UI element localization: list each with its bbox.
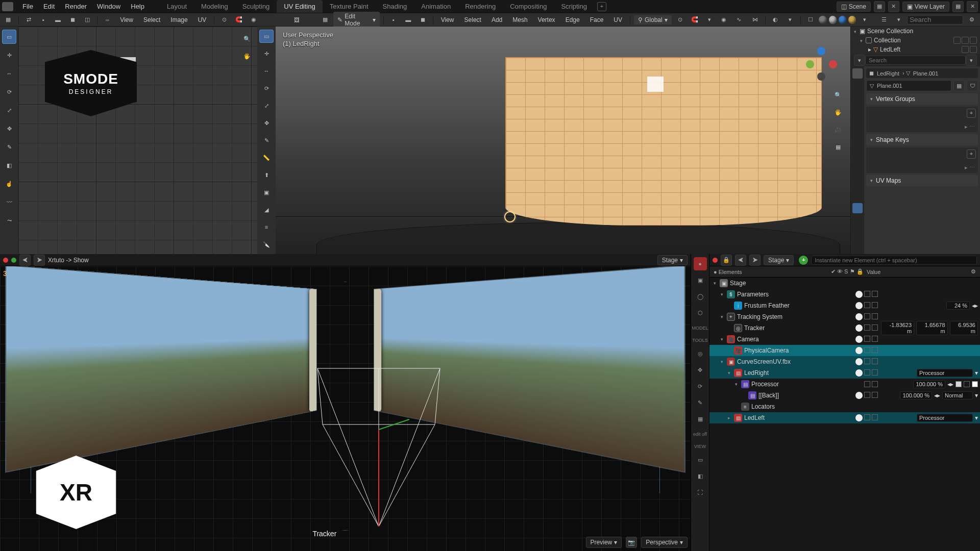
uv-pan-icon[interactable]: 🖐 [240,49,254,63]
prop-tab-constraints[interactable] [852,191,863,201]
mode-dropdown[interactable]: ✎Edit Mode▾ [333,12,379,28]
side-grid-icon[interactable]: ▦ [694,412,707,425]
prop-edit-icon[interactable]: ◉ [718,15,730,25]
tree-ledleft[interactable]: ▸▤LedLeft Processor▾ [709,412,980,423]
gizmo-3d-cursor[interactable] [504,211,516,222]
v3d-tool-rotate[interactable]: ⟳ [259,82,274,95]
viewlayer-browse-button[interactable]: ▦ [952,1,964,12]
elements-forward-icon[interactable]: ⮞ [749,255,761,266]
shading-rendered-icon[interactable] [848,16,856,24]
smode-stage-dropdown[interactable]: Stage▾ [657,255,688,265]
side-target-icon[interactable]: ◎ [694,347,707,360]
uv-zoom-icon[interactable]: 🔍 [240,32,254,46]
elements-back-icon[interactable]: ⮜ [735,255,746,266]
v3d-tool-knife[interactable]: 🔪 [259,238,274,251]
item-hide-icon[interactable] [962,46,969,53]
view3d-viewport[interactable]: User Perspective (1) LedRight 🔍 🖐 🎥 ▦ [276,27,850,254]
tree-locators[interactable]: ≡Locators [709,401,980,412]
viewlayer-close-button[interactable]: ✕ [967,1,978,12]
nav-camera-icon[interactable]: 🎥 [831,122,845,137]
elements-stage-dropdown[interactable]: Stage▾ [764,255,794,265]
tab-uv-editing[interactable]: UV Editing [277,0,322,13]
mesh-automerge-icon[interactable]: ⋈ [749,15,762,25]
tree-back[interactable]: ▤[[Back]] 100.000 %◂▸Normal▾ [709,390,980,401]
nav-persp-icon[interactable]: ▦ [831,140,845,154]
v3d-tool-move[interactable]: ↔ [259,64,274,78]
add-vgroup-button[interactable]: + [967,109,976,118]
coll-hide-icon[interactable] [962,37,969,44]
prop-tab-world[interactable] [852,130,863,140]
axis-x-icon[interactable] [829,60,837,68]
tree-tracker[interactable]: ◎Tracker -1.83623 m 1.65678 m 6.9536 m [709,322,980,334]
pivot-icon[interactable]: ⊙ [674,15,687,25]
uv-snap-icon[interactable]: 🧲 [233,15,246,25]
tree-ledright[interactable]: ▾▤LedRight Processor▾ [709,367,980,379]
back-value[interactable]: 100.000 % [900,391,932,399]
uv-tool-scale[interactable]: ⤢ [2,103,16,117]
ledright-value[interactable]: Processor [917,369,973,377]
smode-forward-icon[interactable]: ⮞ [34,255,45,266]
side-hex-icon[interactable]: ⬡ [694,306,707,319]
smode-viewport[interactable]: 3D Tracker XR [0,266,691,551]
add-element-button[interactable]: + [799,256,808,265]
mesh-browse-icon[interactable]: ▦ [953,80,965,91]
menu-file[interactable]: File [17,1,38,12]
axis-neg-icon[interactable] [817,72,825,81]
coll-exclude-icon[interactable] [953,37,961,44]
add-shapekey-button[interactable]: + [967,149,976,159]
outliner-editor-type-icon[interactable]: ☰ [878,15,891,25]
uv-sel-face-icon[interactable]: ◼ [66,15,79,25]
side-move-icon[interactable]: ✥ [694,363,707,377]
uv-tool-rip[interactable]: ◧ [2,158,16,172]
tracker-z[interactable]: 6.9536 m [950,321,978,335]
v3d-tool-cursor[interactable]: ✛ [259,47,274,60]
shading-solid-icon[interactable] [829,16,837,24]
tree-processor[interactable]: ▾▤Processor 100.000 %◂▸ [709,379,980,390]
elements-tree[interactable]: ▾▣Stage ▾fiParameters iFrustum Feather 2… [709,278,980,551]
side-view2-icon[interactable]: ◧ [694,469,707,483]
panel-vertex-groups-header[interactable]: Vertex Groups [866,93,978,105]
side-view1-icon[interactable]: ▭ [694,453,707,466]
uv-tool-pinch[interactable]: ⤳ [2,213,16,228]
new-collection-icon[interactable]: ▾ [966,55,977,66]
uv-image-new-icon[interactable]: 🖼 [290,15,303,25]
tab-texture-paint[interactable]: Texture Paint [323,0,376,13]
uv-editor-type-icon[interactable]: ▦ [2,15,15,25]
outliner-search-input-2[interactable] [865,56,966,65]
prop-tab-tool[interactable] [852,68,863,79]
prop-tab-particles[interactable] [852,166,863,177]
outliner[interactable]: ▣ Scene Collection Collection ▸ ▽ LedLef… [851,27,980,54]
tree-camera[interactable]: ▾🎥Camera [709,334,980,345]
tab-modeling[interactable]: Modeling [194,0,235,13]
panel-shape-keys-header[interactable]: Shape Keys [866,134,978,145]
overlay-menu-icon[interactable]: ▾ [784,15,797,25]
processor-value[interactable]: 100.000 % [913,380,945,388]
outliner-menu-icon[interactable]: ▾ [892,15,905,25]
tab-rendering[interactable]: Rendering [458,0,503,13]
v3d-menu-select[interactable]: Select [460,15,485,24]
side-rotate-icon[interactable]: ⟳ [694,380,707,393]
uv-tool-relax[interactable]: 〰 [2,195,16,209]
uv-menu-view[interactable]: View [116,15,137,24]
tree-physicalcamera[interactable]: 🎥PhysicalCamera [709,345,980,356]
side-record-icon[interactable]: ● [694,257,707,270]
smode-back-icon[interactable]: ⮜ [19,255,31,266]
v3d-menu-face[interactable]: Face [586,15,608,24]
nav-gizmo[interactable] [804,47,838,81]
item-disable-icon[interactable] [970,46,977,53]
scene-close-button[interactable]: ✕ [888,1,899,12]
xray-toggle-icon[interactable]: ☐ [804,15,817,25]
perspective-dropdown[interactable]: Perspective▾ [641,537,688,548]
outliner-filter-icon[interactable]: ⚙ [965,15,978,25]
tree-fbx[interactable]: ▾▣CurveScreenUV.fbx [709,356,980,367]
mesh-name-field[interactable]: ▽ Plane.001 [866,80,951,91]
snap-toggle-icon[interactable]: 🧲 [688,15,701,25]
v3d-menu-vertex[interactable]: Vertex [534,15,559,24]
side-edit-icon[interactable]: ✎ [694,396,707,409]
lock-icon[interactable] [872,291,878,297]
nav-zoom-icon[interactable]: 🔍 [831,88,845,102]
uv-tool-move[interactable]: ↔ [2,66,16,81]
coll-disable-icon[interactable] [970,37,977,44]
instantiate-search-input[interactable] [811,256,977,265]
menu-edit[interactable]: Edit [38,1,60,12]
